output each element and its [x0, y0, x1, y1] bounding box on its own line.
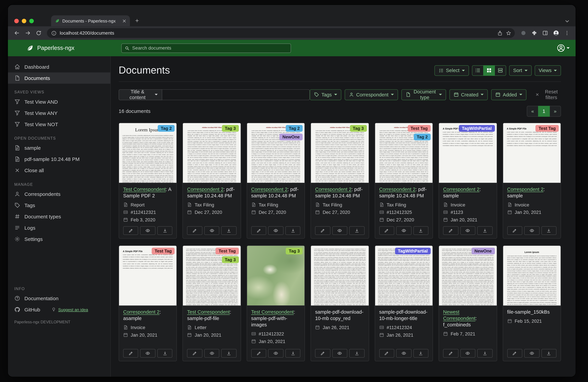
- tag-badge[interactable]: Test Tag: [536, 125, 559, 132]
- sidebar-item-github[interactable]: GitHub: [8, 304, 46, 315]
- tag-badge[interactable]: Tag 3: [222, 125, 239, 132]
- filter-added-button[interactable]: Added: [491, 89, 526, 100]
- correspondent-link[interactable]: Newest Correspondent: [443, 309, 475, 321]
- download-button[interactable]: [221, 349, 236, 358]
- document-thumbnail[interactable]: A Simple PDF File Lorem ipsum dolor sit …: [119, 246, 177, 306]
- document-card[interactable]: TagWithPartial Lorem ipsum dolor sit ame…: [375, 245, 433, 361]
- maximize-window-button[interactable]: [29, 19, 34, 23]
- document-thumbnail[interactable]: Lorem ipsum dolor sit amet, consectetur …: [311, 246, 369, 306]
- views-button[interactable]: Views: [535, 65, 561, 76]
- document-thumbnail[interactable]: Lorem ipsum dolor sit amet, consectetur …: [439, 246, 497, 306]
- preview-button[interactable]: [396, 349, 411, 358]
- preview-button[interactable]: [332, 226, 347, 235]
- edit-button[interactable]: [123, 226, 138, 235]
- correspondent-link[interactable]: Test Correspondent: [123, 186, 166, 192]
- bookmark-star-icon[interactable]: [506, 30, 511, 36]
- document-thumbnail[interactable]: A Simple PDF File Lorem ipsum dolor sit …: [503, 123, 561, 183]
- download-button[interactable]: [477, 349, 492, 358]
- preview-button[interactable]: [460, 349, 475, 358]
- browser-menu-icon[interactable]: [562, 28, 571, 38]
- document-thumbnail[interactable]: Lorem ipsum dolor sit amet, consectetur …: [375, 246, 433, 306]
- tag-badge[interactable]: NewOne: [279, 134, 303, 140]
- document-thumbnail[interactable]: Adobe Acrobat PDF Files Lorem ipsum dolo…: [311, 123, 369, 183]
- pagination-prev-button[interactable]: «: [527, 106, 538, 117]
- preview-button[interactable]: [268, 349, 283, 358]
- download-button[interactable]: [285, 349, 300, 358]
- preview-button[interactable]: [204, 349, 219, 358]
- pagination-page-1-button[interactable]: 1: [538, 106, 550, 117]
- tag-badge[interactable]: TagWithPartial: [459, 125, 495, 132]
- preview-button[interactable]: [204, 226, 219, 235]
- forward-button[interactable]: [23, 28, 32, 38]
- address-bar[interactable]: localhost:4200/documents: [47, 28, 515, 38]
- sidebar-item-settings[interactable]: Settings: [8, 233, 110, 245]
- preview-button[interactable]: [460, 226, 475, 235]
- filter-field-selector[interactable]: Title & content: [119, 89, 162, 100]
- correspondent-link[interactable]: Correspondent 2: [123, 309, 160, 315]
- back-button[interactable]: [12, 28, 21, 38]
- sidebar-item-document-types[interactable]: Document types: [8, 211, 110, 222]
- document-thumbnail[interactable]: Lorem Ipsum Lorem ipsum dolor sit amet, …: [119, 123, 177, 183]
- sidebar-item-open-doc-pdf-sample[interactable]: pdf-sample 10.24.48 PM: [8, 154, 110, 165]
- site-info-icon[interactable]: [51, 30, 57, 36]
- tag-badge[interactable]: Test Tag: [216, 248, 239, 254]
- filter-created-button[interactable]: Created: [449, 89, 488, 100]
- correspondent-link[interactable]: Correspondent 2: [443, 186, 479, 192]
- download-button[interactable]: [349, 226, 364, 235]
- download-button[interactable]: [413, 226, 428, 235]
- correspondent-link[interactable]: Correspondent 2: [187, 186, 223, 192]
- new-tab-button[interactable]: [132, 16, 142, 25]
- document-card[interactable]: Tag 3 Test Correspondent: sample-pdf-wit…: [247, 245, 305, 361]
- download-button[interactable]: [541, 226, 556, 235]
- sidebar-item-saved-view-not[interactable]: Test View NOT: [8, 119, 110, 130]
- edit-button[interactable]: [315, 226, 330, 235]
- tag-badge[interactable]: TagWithPartial: [395, 248, 431, 254]
- download-button[interactable]: [413, 349, 428, 358]
- tag-badge[interactable]: Tag 2: [414, 134, 431, 140]
- correspondent-link[interactable]: Correspondent 2: [315, 186, 352, 192]
- app-brand[interactable]: Paperless-ngx: [8, 44, 111, 52]
- edit-button[interactable]: [443, 226, 458, 235]
- preview-button[interactable]: [524, 349, 539, 358]
- filter-text-input[interactable]: [162, 89, 310, 100]
- edit-button[interactable]: [187, 226, 202, 235]
- filter-correspondent-button[interactable]: Correspondent: [345, 89, 398, 100]
- edit-button[interactable]: [507, 226, 522, 235]
- browser-profile-avatar[interactable]: [551, 28, 561, 38]
- detail-view-button[interactable]: [494, 65, 506, 76]
- preview-button[interactable]: [140, 349, 155, 358]
- sidebar-item-saved-view-any[interactable]: Test View ANY: [8, 107, 110, 119]
- grid-view-button[interactable]: [483, 65, 495, 76]
- document-thumbnail[interactable]: Lorem ipsum Lorem ipsum dolor sit amet, …: [503, 246, 561, 306]
- preview-button[interactable]: [140, 226, 155, 235]
- edit-button[interactable]: [507, 349, 522, 358]
- tag-badge[interactable]: NewOne: [471, 248, 495, 254]
- correspondent-link[interactable]: Correspondent 2: [251, 186, 287, 192]
- sidebar-item-documents[interactable]: Documents: [8, 72, 110, 84]
- tag-badge[interactable]: Tag 3: [286, 248, 303, 254]
- document-card[interactable]: NewOne Lorem ipsum dolor sit amet, conse…: [439, 245, 497, 361]
- sidebar-item-tags[interactable]: Tags: [8, 200, 110, 211]
- correspondent-link[interactable]: Correspondent 2: [507, 186, 544, 192]
- sidebar-item-logs[interactable]: Logs: [8, 222, 110, 233]
- sidebar-item-correspondents[interactable]: Correspondents: [8, 188, 110, 200]
- document-thumbnail[interactable]: Adobe Acrobat PDF Files Lorem ipsum dolo…: [183, 123, 241, 183]
- preview-button[interactable]: [332, 349, 347, 358]
- tab-close-icon[interactable]: [122, 18, 127, 23]
- extension-badge-icon[interactable]: [519, 28, 528, 38]
- tag-badge[interactable]: Tag 2: [286, 125, 303, 132]
- document-card[interactable]: Tag 2 Lorem Ipsum Lorem ipsum dolor sit …: [119, 123, 177, 239]
- filter-document-type-button[interactable]: Document type: [401, 89, 446, 100]
- tab-search-chevron-icon[interactable]: [564, 18, 570, 24]
- document-card[interactable]: Test Tag A Simple PDF File Lorem ipsum d…: [119, 245, 177, 361]
- document-card[interactable]: TagWithPartial A Simple PDF File Lorem i…: [439, 123, 497, 239]
- search-input[interactable]: [132, 45, 288, 51]
- close-window-button[interactable]: [14, 19, 19, 23]
- download-button[interactable]: [349, 349, 364, 358]
- global-search[interactable]: [121, 43, 291, 53]
- document-card[interactable]: Lorem ipsum Lorem ipsum dolor sit amet, …: [503, 245, 561, 361]
- browser-tab[interactable]: Documents - Paperless-ngx: [51, 16, 130, 26]
- download-button[interactable]: [221, 226, 236, 235]
- side-panel-icon[interactable]: [540, 28, 550, 38]
- sidebar-item-close-all[interactable]: Close all: [8, 165, 110, 176]
